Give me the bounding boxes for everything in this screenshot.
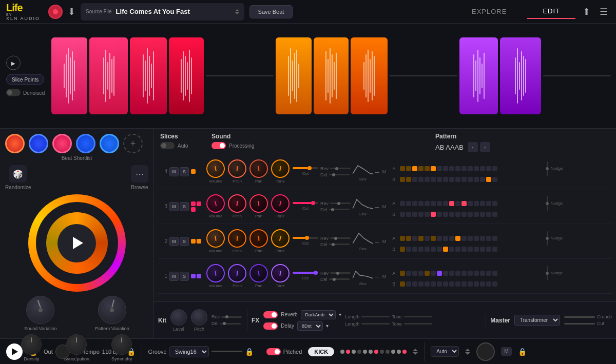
tdot-10[interactable] <box>391 350 395 354</box>
pdot-2-b-11[interactable] <box>461 247 467 252</box>
pdot-3-a-1[interactable] <box>400 201 405 206</box>
pdot-1-b-8[interactable] <box>443 281 448 287</box>
pdot-3-b-9[interactable] <box>449 212 454 217</box>
pdot-4-a-16[interactable] <box>492 166 497 171</box>
pdot-3-a-15[interactable] <box>486 201 491 206</box>
record-button[interactable] <box>48 5 63 19</box>
slice-block-6[interactable] <box>314 37 349 114</box>
up-button[interactable] <box>413 349 418 351</box>
pan-dial-4[interactable] <box>249 159 268 178</box>
beat-orb-3[interactable] <box>52 134 72 153</box>
pdot-3-a-9[interactable] <box>449 201 454 206</box>
processing-toggle[interactable] <box>211 142 226 149</box>
fx-reverb-length-slider[interactable] <box>361 316 390 317</box>
pdot-1-a-8[interactable] <box>443 271 448 276</box>
pdot-3-a-6[interactable] <box>431 201 436 206</box>
master-crunch-slider[interactable] <box>564 316 595 318</box>
pdot-1-b-7[interactable] <box>437 281 442 287</box>
nudge-slider-2[interactable] <box>547 231 548 246</box>
pdot-2-a-3[interactable] <box>412 236 417 241</box>
pdot-3-b-7[interactable] <box>437 212 442 217</box>
pdot-2-b-4[interactable] <box>418 247 424 252</box>
tdot-5[interactable] <box>363 350 367 354</box>
tdot-12[interactable] <box>402 350 407 354</box>
pdot-1-b-10[interactable] <box>455 281 460 287</box>
share-icon[interactable]: ⬆ <box>581 4 592 19</box>
pdot-3-b-2[interactable] <box>406 212 411 217</box>
groove-select[interactable]: Swing16 <box>169 346 209 357</box>
pdot-2-a-5[interactable] <box>425 236 430 241</box>
pdot-1-a-14[interactable] <box>480 271 485 276</box>
pdot-3-b-10[interactable] <box>455 212 460 217</box>
fx-reverb-tone-slider[interactable] <box>404 316 432 317</box>
master-preset-select[interactable]: Transformer <box>514 315 560 326</box>
pdot-3-b-14[interactable] <box>480 212 485 217</box>
pdot-3-b-6[interactable] <box>431 212 436 217</box>
pdot-2-b-7[interactable] <box>437 247 442 252</box>
pdot-2-b-1[interactable] <box>400 247 405 252</box>
pdot-4-b-4[interactable] <box>418 177 424 182</box>
pdot-1-a-15[interactable] <box>486 271 491 276</box>
pdot-1-b-3[interactable] <box>412 281 417 287</box>
pdot-3-b-16[interactable] <box>492 212 497 217</box>
pdot-2-a-9[interactable] <box>449 236 454 241</box>
minus-button-1[interactable]: – <box>375 272 379 280</box>
pdot-1-b-12[interactable] <box>468 281 473 287</box>
pdot-4-a-8[interactable] <box>443 166 448 171</box>
del-slider-2[interactable] <box>329 244 350 245</box>
tone-dial-4[interactable] <box>271 159 290 178</box>
pdot-1-b-6[interactable] <box>431 281 436 287</box>
pdot-4-b-11[interactable] <box>461 177 467 182</box>
play-button-triangle[interactable] <box>73 237 83 249</box>
slice-block-3[interactable] <box>130 37 167 114</box>
pdot-4-b-9[interactable] <box>449 177 454 182</box>
pattern-next-button[interactable]: › <box>480 142 490 152</box>
pan-dial-2[interactable] <box>249 229 268 248</box>
pdot-3-b-13[interactable] <box>474 212 479 217</box>
tdot-6[interactable] <box>369 350 373 354</box>
pdot-4-b-16[interactable] <box>492 177 497 182</box>
sound-variation-knob[interactable] <box>26 296 54 324</box>
auto-toggle[interactable] <box>160 142 175 149</box>
pdot-2-a-1[interactable] <box>400 236 405 241</box>
symmetry-knob[interactable] <box>111 334 132 355</box>
pdot-4-a-13[interactable] <box>474 166 479 171</box>
pdot-1-a-11[interactable] <box>461 271 467 276</box>
minus-button-3[interactable]: – <box>375 203 379 211</box>
pdot-2-a-12[interactable] <box>468 236 473 241</box>
pdot-4-b-10[interactable] <box>455 177 460 182</box>
pdot-3-a-2[interactable] <box>406 201 411 206</box>
pdot-1-b-4[interactable] <box>418 281 424 287</box>
pdot-1-b-13[interactable] <box>474 281 479 287</box>
reverb-preset-select[interactable]: DarkAmb <box>301 310 336 319</box>
pdot-3-a-12[interactable] <box>468 201 473 206</box>
pdot-1-a-9[interactable] <box>449 271 454 276</box>
pdot-2-b-14[interactable] <box>480 247 485 252</box>
cut-slider-1[interactable] <box>293 272 318 274</box>
pitch-dial-1[interactable] <box>228 264 246 282</box>
pdot-4-b-13[interactable] <box>474 177 479 182</box>
volume-dial-3[interactable] <box>206 194 225 213</box>
kit-rev-slider[interactable] <box>221 316 242 318</box>
big-circle-player[interactable] <box>28 194 126 292</box>
auto-select[interactable]: Auto <box>431 346 459 357</box>
m-badge[interactable]: M <box>501 347 511 356</box>
pitch-dial-4[interactable] <box>228 159 246 178</box>
mute-button-4[interactable]: M <box>169 167 179 176</box>
pattern-variation-knob[interactable] <box>98 296 126 324</box>
pdot-2-a-14[interactable] <box>480 236 485 241</box>
pdot-3-a-14[interactable] <box>480 201 485 206</box>
rev-slider-3[interactable] <box>330 203 351 204</box>
pdot-3-a-4[interactable] <box>418 201 424 206</box>
pdot-1-a-2[interactable] <box>406 271 411 276</box>
source-arrows[interactable] <box>235 9 239 14</box>
tdot-2[interactable] <box>346 350 350 354</box>
syncopation-knob[interactable] <box>66 334 87 355</box>
beat-orb-1[interactable] <box>5 134 25 153</box>
pdot-2-b-9[interactable] <box>449 247 454 252</box>
pdot-1-a-6[interactable] <box>431 271 436 276</box>
nudge-slider-3[interactable] <box>547 196 548 211</box>
master-cut-slider[interactable] <box>564 323 595 325</box>
mute-button-1[interactable]: M <box>169 272 179 281</box>
pdot-3-b-5[interactable] <box>425 212 430 217</box>
